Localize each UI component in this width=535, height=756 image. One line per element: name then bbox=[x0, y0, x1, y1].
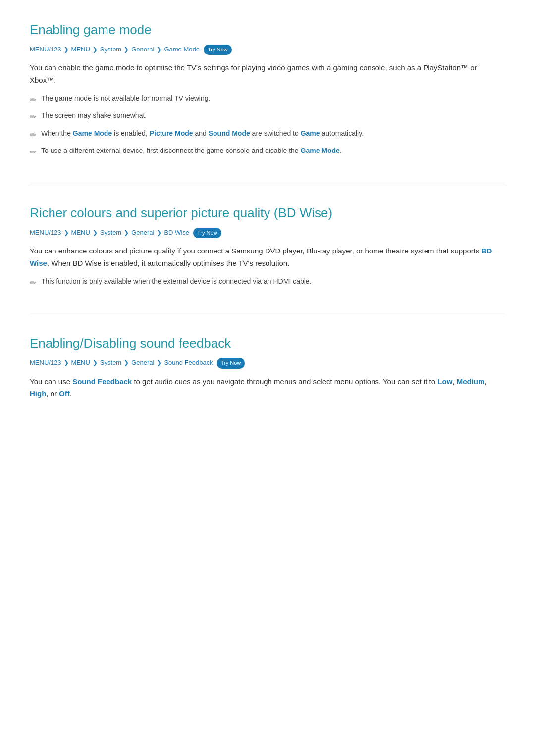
breadcrumb-bd-wise: MENU/123 ❯ MENU ❯ System ❯ General ❯ BD … bbox=[30, 228, 505, 239]
note-item: ✏ The game mode is not available for nor… bbox=[30, 93, 505, 106]
breadcrumb-sep: ❯ bbox=[64, 358, 69, 368]
note-text: To use a different external device, firs… bbox=[41, 145, 342, 156]
note-icon: ✏ bbox=[30, 94, 36, 106]
note-text: This function is only available when the… bbox=[41, 276, 312, 287]
breadcrumb-item: MENU/123 bbox=[30, 228, 61, 238]
body-text-bd-wise: You can enhance colours and picture qual… bbox=[30, 245, 505, 270]
breadcrumb-item: System bbox=[100, 358, 121, 368]
section-title-game-mode: Enabling game mode bbox=[30, 20, 505, 41]
notes-list-game-mode: ✏ The game mode is not available for nor… bbox=[30, 93, 505, 159]
breadcrumb-sep: ❯ bbox=[157, 358, 161, 368]
breadcrumb-sep: ❯ bbox=[157, 45, 161, 54]
breadcrumb-sep: ❯ bbox=[64, 45, 69, 54]
highlight: Low bbox=[437, 377, 452, 386]
note-icon: ✏ bbox=[30, 146, 36, 159]
page-content: Enabling game mode MENU/123 ❯ MENU ❯ Sys… bbox=[30, 20, 505, 400]
body-text-sound-feedback: You can use Sound Feedback to get audio … bbox=[30, 376, 505, 401]
breadcrumb-item: General bbox=[131, 228, 154, 238]
section-title-bd-wise: Richer colours and superior picture qual… bbox=[30, 203, 505, 224]
highlight: Game Mode bbox=[73, 129, 112, 137]
highlight: Off bbox=[59, 389, 70, 398]
try-now-badge[interactable]: Try Now bbox=[217, 358, 245, 369]
breadcrumb-sep: ❯ bbox=[93, 358, 98, 368]
note-item: ✏ The screen may shake somewhat. bbox=[30, 110, 505, 124]
note-item: ✏ This function is only available when t… bbox=[30, 276, 505, 290]
highlight: BD Wise bbox=[30, 247, 492, 267]
breadcrumb-item: Sound Feedback bbox=[164, 358, 213, 368]
highlight: Sound Feedback bbox=[72, 377, 132, 386]
breadcrumb-sep: ❯ bbox=[64, 228, 69, 238]
highlight: Picture Mode bbox=[150, 129, 193, 137]
breadcrumb-item: MENU/123 bbox=[30, 45, 61, 55]
section-divider bbox=[30, 313, 505, 313]
highlight: Sound Mode bbox=[209, 129, 250, 137]
breadcrumb-item: MENU/123 bbox=[30, 358, 61, 368]
section-title-sound-feedback: Enabling/Disabling sound feedback bbox=[30, 333, 505, 354]
breadcrumb-item: MENU bbox=[71, 45, 90, 55]
breadcrumb-item: System bbox=[100, 228, 121, 238]
breadcrumb-item: General bbox=[131, 45, 154, 55]
breadcrumb-sep: ❯ bbox=[93, 228, 98, 238]
note-item: ✏ When the Game Mode is enabled, Picture… bbox=[30, 128, 505, 142]
notes-list-bd-wise: ✏ This function is only available when t… bbox=[30, 276, 505, 290]
breadcrumb-item: General bbox=[131, 358, 154, 368]
breadcrumb-item: BD Wise bbox=[164, 228, 189, 238]
note-text: The screen may shake somewhat. bbox=[41, 110, 147, 121]
breadcrumb-sound-feedback: MENU/123 ❯ MENU ❯ System ❯ General ❯ Sou… bbox=[30, 358, 505, 369]
breadcrumb-sep: ❯ bbox=[124, 45, 129, 54]
note-icon: ✏ bbox=[30, 129, 36, 142]
section-sound-feedback: Enabling/Disabling sound feedback MENU/1… bbox=[30, 333, 505, 400]
breadcrumb-item: MENU bbox=[71, 358, 90, 368]
breadcrumb-sep: ❯ bbox=[124, 228, 129, 238]
note-icon: ✏ bbox=[30, 277, 36, 290]
highlight: Game Mode bbox=[301, 147, 340, 154]
breadcrumb-item: MENU bbox=[71, 228, 90, 238]
section-bd-wise: Richer colours and superior picture qual… bbox=[30, 203, 505, 289]
note-text: When the Game Mode is enabled, Picture M… bbox=[41, 128, 364, 139]
highlight: Medium bbox=[457, 377, 485, 386]
highlight: High bbox=[30, 389, 46, 398]
highlight: Game bbox=[301, 129, 320, 137]
note-item: ✏ To use a different external device, fi… bbox=[30, 145, 505, 159]
note-text: The game mode is not available for norma… bbox=[41, 93, 210, 103]
breadcrumb-sep: ❯ bbox=[93, 45, 98, 54]
note-icon: ✏ bbox=[30, 111, 36, 124]
breadcrumb-sep: ❯ bbox=[157, 228, 161, 238]
section-divider bbox=[30, 183, 505, 183]
breadcrumb-game-mode: MENU/123 ❯ MENU ❯ System ❯ General ❯ Gam… bbox=[30, 45, 505, 55]
try-now-badge[interactable]: Try Now bbox=[193, 228, 221, 239]
section-game-mode: Enabling game mode MENU/123 ❯ MENU ❯ Sys… bbox=[30, 20, 505, 159]
try-now-badge[interactable]: Try Now bbox=[204, 45, 232, 55]
breadcrumb-item: Game Mode bbox=[164, 45, 200, 55]
breadcrumb-sep: ❯ bbox=[124, 358, 129, 368]
body-text-game-mode: You can enable the game mode to optimise… bbox=[30, 62, 505, 87]
breadcrumb-item: System bbox=[100, 45, 121, 55]
